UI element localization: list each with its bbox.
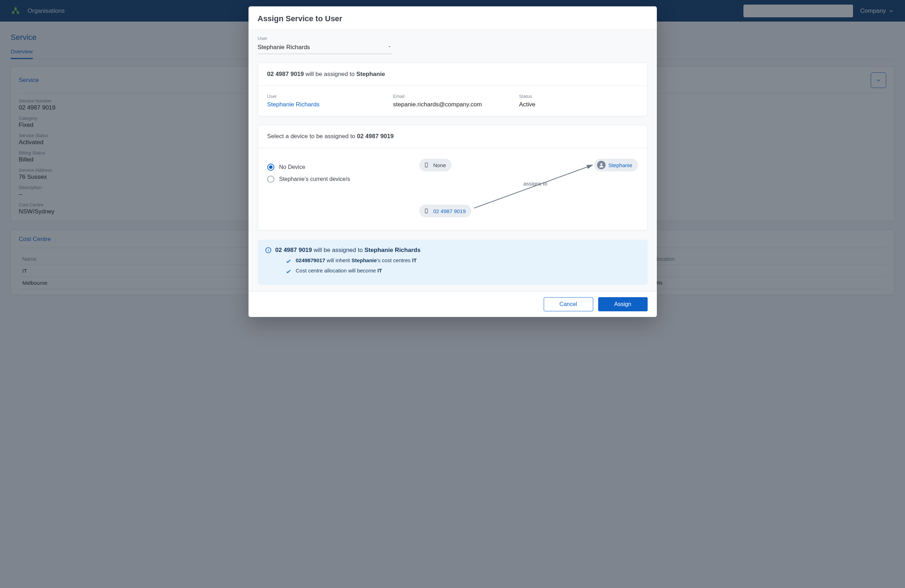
chip-label: None [433, 162, 446, 168]
radio-icon [267, 163, 274, 171]
user-field-label: User [258, 36, 648, 41]
arrow-icon [470, 162, 598, 212]
user-select[interactable]: Stephanie Richards [258, 42, 392, 54]
radio-current-devices[interactable]: Stephanie’s current device/s [267, 176, 402, 183]
assignment-card: 02 4987 9019 will be assigned to Stephan… [258, 63, 648, 116]
radio-label: No Device [279, 164, 305, 170]
chip-device-none: None [419, 158, 452, 171]
chevron-down-icon [387, 44, 392, 51]
cancel-button[interactable]: Cancel [544, 297, 593, 311]
arrow-label: assigns to [524, 181, 548, 187]
svg-point-11 [268, 249, 269, 249]
modal-header: Assign Service to User [249, 6, 657, 30]
radio-no-device[interactable]: No Device [267, 163, 402, 171]
assign-button[interactable]: Assign [598, 297, 648, 311]
device-card: Select a device to be assigned to 02 498… [258, 125, 648, 230]
summary-banner: 02 4987 9019 will be assigned to Stephan… [258, 239, 648, 285]
chip-service: 02 4987 9019 [419, 204, 472, 217]
svg-line-8 [474, 165, 592, 208]
modal-title: Assign Service to User [258, 14, 648, 23]
device-options: No Device Stephanie’s current device/s [267, 158, 402, 188]
modal-overlay[interactable]: Assign Service to User User Stephanie Ri… [0, 0, 905, 588]
summary-item: Cost centre allocation will become IT [285, 268, 638, 276]
chip-user: Stephanie [594, 158, 638, 171]
assign-service-modal: Assign Service to User User Stephanie Ri… [249, 6, 657, 317]
assignment-line: 02 4987 9019 will be assigned to Stephan… [267, 71, 638, 78]
device-icon [422, 207, 430, 215]
info-label: Email [393, 94, 512, 99]
status-value: Active [519, 101, 638, 108]
check-icon [285, 268, 292, 276]
svg-point-5 [600, 163, 602, 165]
chip-label: 02 4987 9019 [433, 208, 466, 214]
person-icon [597, 161, 606, 169]
assignment-diagram: None Stephanie [409, 158, 638, 222]
info-label: User [267, 94, 386, 99]
modal-footer: Cancel Assign [249, 291, 657, 317]
chip-label: Stephanie [608, 162, 632, 168]
check-icon [285, 258, 292, 265]
summary-headline: 02 4987 9019 will be assigned to Stephan… [275, 247, 638, 254]
email-value: stepanie.richards@company.com [393, 101, 512, 108]
radio-icon [267, 176, 274, 183]
user-select-value: Stephanie Richards [258, 44, 310, 51]
device-prompt: Select a device to be assigned to 02 498… [267, 133, 638, 140]
info-icon [265, 247, 272, 255]
radio-label: Stephanie’s current device/s [279, 176, 350, 182]
user-link[interactable]: Stephanie Richards [267, 101, 386, 108]
info-label: Status [519, 94, 638, 99]
summary-item: 0249879017 will inherit Stephanie's cost… [285, 257, 638, 265]
device-icon [422, 161, 430, 169]
